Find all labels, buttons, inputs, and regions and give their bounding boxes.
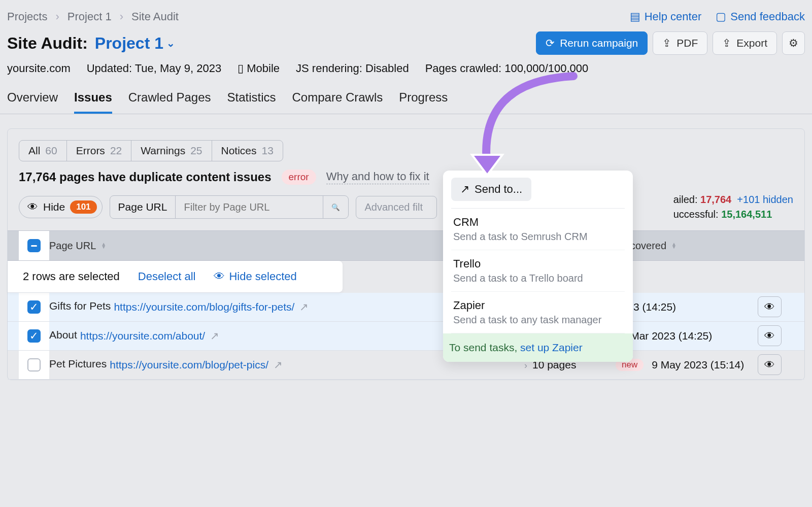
eye-icon: 👁	[764, 359, 775, 370]
tabs: Overview Issues Crawled Pages Statistics…	[0, 84, 812, 114]
pdf-button[interactable]: ⇪ PDF	[653, 31, 707, 55]
table-row: ✓ About https://yoursite.com/about/ ↗ ›1…	[8, 322, 804, 351]
chevron-down-icon: ⌄	[166, 37, 175, 49]
hidden-value[interactable]: +101 hidden	[737, 194, 793, 205]
breadcrumb-projects[interactable]: Projects	[7, 10, 47, 23]
error-badge: error	[282, 170, 316, 185]
title-row: Site Audit: Project 1 ⌄ ⟳ Rerun campaign…	[0, 28, 812, 60]
gear-icon: ⚙	[789, 37, 798, 49]
search-icon: 🔍	[331, 204, 340, 211]
successful-label: uccessful:	[673, 209, 719, 220]
advanced-filters[interactable]: Advanced filt	[356, 196, 437, 219]
device-text: ▯ Mobile	[238, 62, 280, 75]
breadcrumb-project[interactable]: Project 1	[67, 10, 112, 23]
eye-slash-icon: 👁	[214, 270, 225, 283]
pill-warnings[interactable]: Warnings25	[131, 141, 212, 161]
export-button[interactable]: ⇪ Export	[713, 31, 777, 55]
row-checkbox[interactable]	[27, 358, 41, 371]
row-url[interactable]: https://yoursite.com/about/ ↗	[80, 330, 219, 342]
js-text: JS rendering: Disabled	[296, 62, 409, 75]
tab-compare-crawls[interactable]: Compare Crawls	[292, 84, 383, 114]
hide-selected-link[interactable]: 👁 Hide selected	[214, 270, 296, 283]
send-feedback-link[interactable]: ▢ Send feedback	[716, 10, 805, 23]
breadcrumb-current: Site Audit	[131, 10, 179, 23]
eye-icon: 👁	[764, 330, 775, 342]
rerun-label: Rerun campaign	[560, 37, 638, 49]
tab-statistics[interactable]: Statistics	[227, 84, 276, 114]
send-to-zapier[interactable]: Zapier Send a task to any task manager	[451, 292, 625, 333]
send-to-menu: CRM Send a task to Semrush CRM Trello Se…	[451, 208, 625, 333]
upload-icon: ⇪	[662, 37, 671, 49]
deselect-all-link[interactable]: Deselect all	[138, 270, 196, 283]
page-url-filter: Page URL 🔍	[110, 195, 349, 219]
row-checkbox[interactable]: ✓	[27, 329, 41, 343]
send-to-button[interactable]: ↗ Send to...	[451, 178, 531, 201]
settings-button[interactable]: ⚙	[782, 31, 805, 55]
tab-crawled-pages[interactable]: Crawled Pages	[128, 84, 211, 114]
chat-icon: ▢	[716, 10, 726, 23]
page-url-input[interactable]	[176, 196, 323, 218]
external-link-icon: ↗	[299, 301, 309, 313]
view-button[interactable]: 👁	[758, 354, 782, 375]
crawled-text: Pages crawled: 100,000/100,000	[425, 62, 589, 75]
project-selector[interactable]: Project 1 ⌄	[95, 34, 175, 53]
send-to-popover: ↗ Send to... CRM Send a task to Semrush …	[443, 171, 633, 362]
view-button[interactable]: 👁	[758, 325, 782, 346]
page-title: Site Audit:	[7, 34, 88, 53]
row-url[interactable]: https://yoursite.com/blog/gifts-for-pets…	[114, 301, 309, 313]
chevron-right-icon: ›	[120, 10, 123, 23]
select-all-checkbox[interactable]	[27, 239, 41, 252]
eye-icon: 👁	[27, 201, 38, 213]
hide-count-badge: 101	[70, 200, 96, 214]
send-to-trello[interactable]: Trello Send a task to a Trello board	[451, 250, 625, 292]
discovered-date: new9 May 2023 (15:14)	[616, 359, 758, 371]
row-url[interactable]: https://yoursite.com/blog/pet-pics/ ↗	[110, 359, 283, 371]
send-to-footer: To send tasks, set up Zapier	[443, 333, 633, 362]
share-arrow-icon: ↗	[460, 183, 469, 196]
eye-icon: 👁	[764, 301, 775, 313]
pdf-label: PDF	[676, 37, 698, 49]
row-checkbox[interactable]: ✓	[27, 300, 41, 314]
help-center-link[interactable]: ▤ Help center	[630, 10, 702, 23]
sort-icon: ▲▼	[671, 243, 676, 249]
help-center-label: Help center	[645, 10, 702, 23]
table-row: Pet Pictures https://yoursite.com/blog/p…	[8, 351, 804, 380]
col-discovered[interactable]: Discovered ▲▼	[616, 240, 758, 252]
why-how-fix-link[interactable]: Why and how to fix it	[326, 170, 429, 184]
search-button[interactable]: 🔍	[323, 196, 348, 218]
successful-value: 15,164,511	[721, 209, 772, 220]
send-to-crm[interactable]: CRM Send a task to Semrush CRM	[451, 209, 625, 250]
table-header: Page URL ▲▼ Discovered ▲▼	[8, 230, 804, 261]
chevron-right-icon: ›	[524, 360, 527, 370]
mobile-icon: ▯	[238, 62, 244, 75]
hide-button[interactable]: 👁 Hide 101	[19, 196, 103, 218]
failed-value: 17,764	[700, 194, 731, 205]
tab-issues[interactable]: Issues	[74, 84, 112, 114]
view-button[interactable]: 👁	[758, 296, 782, 317]
send-to-label: Send to...	[475, 183, 522, 196]
filter-pill-group: All60 Errors22 Warnings25 Notices13	[19, 140, 283, 161]
hide-label: Hide	[43, 201, 65, 213]
tab-progress[interactable]: Progress	[399, 84, 448, 114]
page-url-label: Page URL	[110, 196, 176, 218]
send-feedback-label: Send feedback	[730, 10, 805, 23]
refresh-icon: ⟳	[546, 37, 555, 49]
tab-overview[interactable]: Overview	[7, 84, 58, 114]
pill-errors[interactable]: Errors22	[67, 141, 132, 161]
failed-label: ailed:	[673, 194, 698, 205]
meta-row: yoursite.com Updated: Tue, May 9, 2023 ▯…	[0, 60, 812, 84]
rerun-campaign-button[interactable]: ⟳ Rerun campaign	[536, 31, 648, 55]
row-title: About	[49, 329, 77, 341]
discovered-date: 2023 (14:25)	[616, 301, 758, 313]
chevron-right-icon: ›	[55, 10, 59, 23]
book-icon: ▤	[630, 10, 640, 23]
external-link-icon: ↗	[274, 359, 283, 371]
pill-notices[interactable]: Notices13	[212, 141, 283, 161]
row-title: Gifts for Pets	[49, 300, 111, 312]
sort-icon: ▲▼	[101, 243, 106, 249]
setup-zapier-link[interactable]: set up Zapier	[520, 342, 583, 353]
export-label: Export	[736, 37, 767, 49]
pill-all[interactable]: All60	[19, 141, 67, 161]
breadcrumb: Projects › Project 1 › Site Audit ▤ Help…	[0, 0, 812, 28]
project-name: Project 1	[95, 34, 163, 53]
